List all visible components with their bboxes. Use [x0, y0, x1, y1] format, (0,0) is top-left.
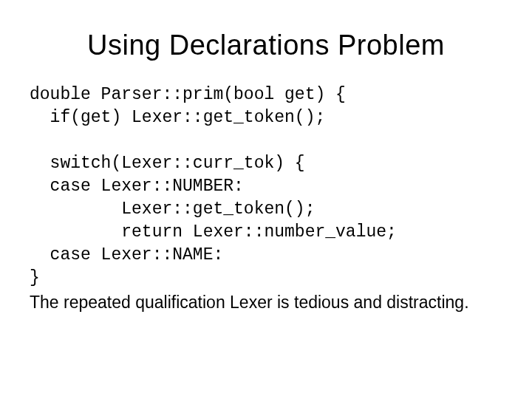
slide-title: Using Declarations Problem — [30, 30, 502, 61]
code-block: double Parser::prim(bool get) { if(get) … — [30, 83, 502, 290]
slide-note: The repeated qualification Lexer is tedi… — [30, 291, 502, 314]
slide: Using Declarations Problem double Parser… — [0, 0, 532, 399]
